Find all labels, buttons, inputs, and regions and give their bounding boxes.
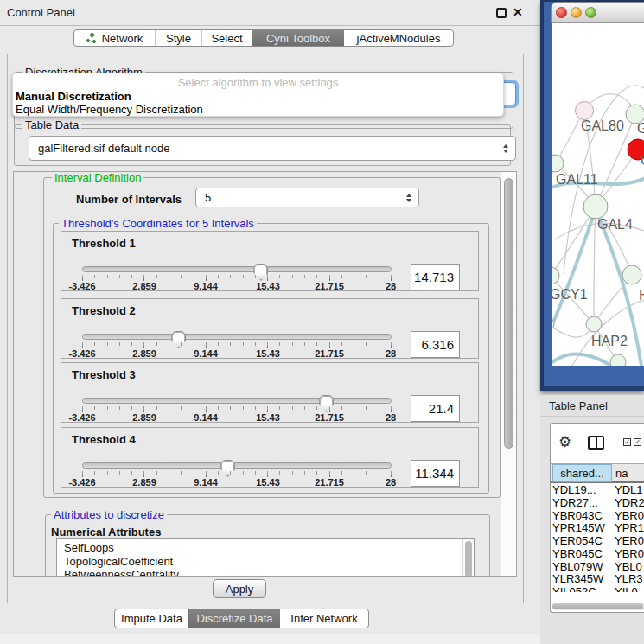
list-item[interactable]: TopologicalCoefficient <box>57 555 474 569</box>
network-node[interactable] <box>583 194 608 219</box>
tick-label: 28 <box>386 281 396 291</box>
cell: YLR3 <box>615 572 643 585</box>
threshold-3-slider[interactable] <box>82 398 392 404</box>
cell: YPR1 <box>615 521 644 534</box>
cell: YDL1 <box>615 483 643 496</box>
threshold-coordinates-group-label: Threshold's Coordinates for 5 Intervals <box>59 217 257 230</box>
tab-jactivemnodules-label: jActiveMNodules <box>357 32 441 45</box>
cell: YLR345W <box>552 572 603 585</box>
cell: YBR045C <box>552 547 603 560</box>
control-panel-tabs: Network Style Select Cyni Toolbox jActiv… <box>73 29 454 47</box>
minimize-traffic-light[interactable] <box>571 7 582 18</box>
cell: YIL052C <box>552 585 596 592</box>
column-header-name[interactable]: na <box>615 467 628 480</box>
node-label-hap2: HAP2 <box>591 334 628 348</box>
cell: YDL19... <box>552 483 596 496</box>
close-traffic-light[interactable] <box>556 7 567 18</box>
tab-cyni-toolbox[interactable]: Cyni Toolbox <box>252 30 344 46</box>
node-label-gcy1: GCY1 <box>552 287 588 302</box>
tab-style[interactable]: Style <box>155 30 201 46</box>
node-label-gal80: GAL80 <box>581 118 624 133</box>
tick-label: 28 <box>386 348 396 359</box>
table-row[interactable]: YBR045CYBR0 <box>551 547 644 560</box>
columns-icon[interactable] <box>588 436 604 450</box>
dropdown-placeholder: Select algorithm to view settings <box>13 76 503 89</box>
menu-item-manual-discretization[interactable]: Manual Discretization <box>16 90 131 103</box>
settings-scroll-panel: Interval Definition Number of Intervals … <box>13 171 517 577</box>
tick-label: 28 <box>386 412 396 423</box>
tab-jactivemnodules[interactable]: jActiveMNodules <box>344 30 453 46</box>
network-node[interactable] <box>622 265 641 284</box>
slider-ticks <box>82 406 392 412</box>
slider-ticks <box>82 471 392 477</box>
network-window-titlebar <box>551 2 644 23</box>
horizontal-scrollbar[interactable] <box>552 603 644 610</box>
tab-select[interactable]: Select <box>201 30 252 46</box>
table-panel-titlebar: Table Panel <box>540 395 644 417</box>
table-row[interactable]: YER054CYER0 <box>551 534 644 547</box>
apply-button[interactable]: Apply <box>213 579 266 598</box>
tab-infer-network[interactable]: Infer Network <box>280 609 368 628</box>
gear-icon[interactable]: ⚙ <box>558 433 571 451</box>
zoom-traffic-light[interactable] <box>585 7 596 18</box>
interval-definition-group-label: Interval Definition <box>52 171 143 184</box>
list-item[interactable]: SelfLoops <box>57 539 474 555</box>
checkbox-icon[interactable]: ✓ <box>623 438 631 446</box>
table-row[interactable]: YIL052CYIL0 <box>551 585 644 592</box>
checkbox-icon[interactable]: ✓ <box>634 438 641 446</box>
attributes-group: Attributes to discretize Numerical Attri… <box>45 514 490 577</box>
tab-network-label: Network <box>102 32 143 45</box>
threshold-3-value-field[interactable]: 21.4 <box>411 395 460 422</box>
tab-cyni-toolbox-label: Cyni Toolbox <box>266 32 330 45</box>
cell: YBR0 <box>615 547 644 560</box>
app-root: Control Panel ✕ Network Style Select Cyn… <box>0 0 644 644</box>
number-of-intervals-combobox[interactable]: 5 <box>195 188 419 207</box>
tab-discretize-data[interactable]: Discretize Data <box>188 609 280 628</box>
network-node[interactable] <box>610 354 626 366</box>
tab-network[interactable]: Network <box>74 30 155 46</box>
network-node[interactable] <box>576 102 594 120</box>
network-canvas[interactable]: GAL80 GA GAL11 C GAL4 GCY1 H HAP2 <box>552 23 644 366</box>
threshold-4-panel: Threshold 4 -3.426 2.859 9.144 15.43 21.… <box>61 427 479 488</box>
float-window-icon[interactable] <box>496 8 507 18</box>
menu-item-equal-width[interactable]: Equal Width/Frequency Discretization <box>16 103 203 116</box>
tick-label: 9.144 <box>194 348 218 359</box>
node-label-gal11: GAL11 <box>556 172 598 187</box>
threshold-coordinates-group: Threshold's Coordinates for 5 Intervals … <box>53 223 489 494</box>
tick-label: 15.43 <box>256 281 280 291</box>
list-scrollbar[interactable] <box>462 539 474 577</box>
table-row[interactable]: YBL079WYBL0 <box>551 560 644 573</box>
close-icon[interactable]: ✕ <box>513 5 523 19</box>
column-header-shared-name[interactable]: shared... <box>552 464 612 482</box>
list-scrollbar-thumb[interactable] <box>465 541 472 577</box>
network-node[interactable] <box>552 267 559 284</box>
control-panel-title: Control Panel <box>7 6 75 19</box>
tick-label: 21.715 <box>315 412 344 423</box>
table-data-group-label: Table Data <box>22 118 81 131</box>
right-column: GAL80 GA GAL11 C GAL4 GCY1 H HAP2 Table … <box>540 0 644 644</box>
cell: YBL079W <box>552 560 603 573</box>
table-row[interactable]: YDR27...YDR2 <box>551 496 644 509</box>
threshold-2-value-field[interactable]: 6.316 <box>411 331 460 358</box>
network-node[interactable] <box>586 316 602 332</box>
tab-discretize-data-label: Discretize Data <box>196 612 272 625</box>
table-data-combobox[interactable]: galFiltered.sif default node <box>29 136 516 161</box>
threshold-1-slider[interactable] <box>82 266 392 272</box>
numerical-attributes-list[interactable]: SelfLoops TopologicalCoefficient Between… <box>56 538 475 577</box>
vertical-scrollbar[interactable] <box>501 172 516 576</box>
tick-label: 28 <box>386 477 396 488</box>
table-row[interactable]: YLR345WYLR3 <box>551 572 644 585</box>
table-row[interactable]: YBR043CYBR0 <box>551 509 644 522</box>
table-row[interactable]: YDL19...YDL1 <box>551 483 644 496</box>
threshold-4-value-field[interactable]: 11.344 <box>411 460 460 487</box>
table-row[interactable]: YPR145WYPR1 <box>551 521 644 534</box>
vertical-scrollbar-thumb[interactable] <box>504 178 513 449</box>
horizontal-scrollbar-thumb[interactable] <box>552 603 643 609</box>
threshold-4-slider[interactable] <box>82 462 392 469</box>
tab-impute-data[interactable]: Impute Data <box>115 609 188 628</box>
threshold-1-value-field[interactable]: 14.713 <box>411 264 460 290</box>
list-item[interactable]: BetweennessCentrality <box>57 568 474 577</box>
threshold-2-slider[interactable] <box>82 334 392 340</box>
cell: YER054C <box>552 534 603 547</box>
tab-select-label: Select <box>211 32 242 45</box>
